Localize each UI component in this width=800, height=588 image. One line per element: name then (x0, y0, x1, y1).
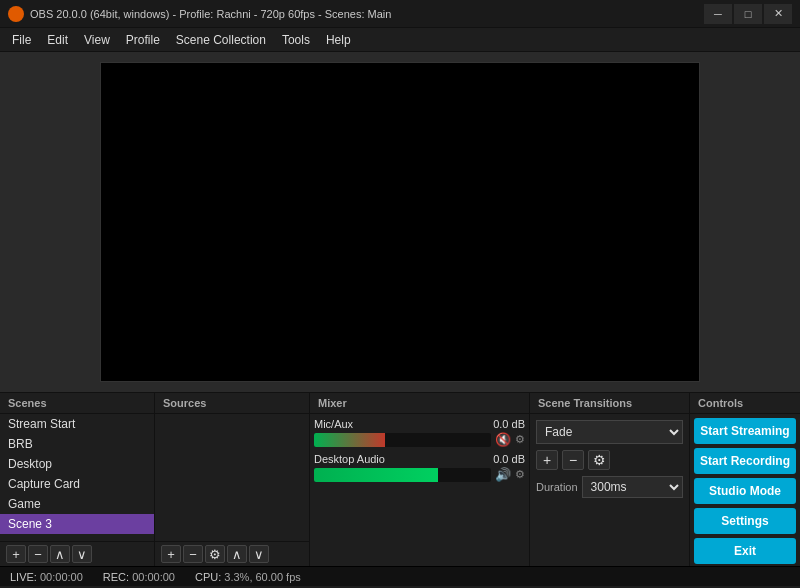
mixer-desktop-fill (314, 468, 438, 482)
start-streaming-button[interactable]: Start Streaming (694, 418, 796, 444)
mixer-desktop-name: Desktop Audio (314, 453, 385, 465)
start-recording-button[interactable]: Start Recording (694, 448, 796, 474)
titlebar: OBS 20.0.0 (64bit, windows) - Profile: R… (0, 0, 800, 28)
scene-list: Stream Start BRB Desktop Capture Card Ga… (0, 414, 154, 541)
scene-item-stream-start[interactable]: Stream Start (0, 414, 154, 434)
sources-down-button[interactable]: ∨ (249, 545, 269, 563)
mixer-desktop-settings-icon[interactable]: ⚙ (515, 468, 525, 481)
mixer-desktop-db: 0.0 dB (493, 453, 525, 465)
app-icon (8, 6, 24, 22)
transitions-panel: Scene Transitions Fade Cut Swipe Slide +… (530, 393, 690, 566)
scene-item-capture-card[interactable]: Capture Card (0, 474, 154, 494)
sources-panel: Sources + − ⚙ ∧ ∨ (155, 393, 310, 566)
rec-time: 00:00:00 (132, 571, 175, 583)
sources-toolbar: + − ⚙ ∧ ∨ (155, 541, 309, 566)
mixer-mic-settings-icon[interactable]: ⚙ (515, 433, 525, 446)
preview-area (0, 52, 800, 392)
scenes-add-button[interactable]: + (6, 545, 26, 563)
mixer-desktop-track: 🔊 ⚙ (314, 467, 525, 482)
sources-list (155, 414, 309, 541)
scenes-panel: Scenes Stream Start BRB Desktop Capture … (0, 393, 155, 566)
studio-mode-button[interactable]: Studio Mode (694, 478, 796, 504)
mixer-mic-fill (314, 433, 385, 447)
sources-add-button[interactable]: + (161, 545, 181, 563)
sources-settings-button[interactable]: ⚙ (205, 545, 225, 563)
mixer-desktop-fader[interactable] (314, 468, 491, 482)
mixer-channel-mic-header: Mic/Aux 0.0 dB (314, 418, 525, 430)
mixer-channel-desktop: Desktop Audio 0.0 dB 🔊 ⚙ (314, 453, 525, 482)
mixer-channel-mic: Mic/Aux 0.0 dB 🔇 ⚙ (314, 418, 525, 447)
mixer-channel-desktop-header: Desktop Audio 0.0 dB (314, 453, 525, 465)
menubar: File Edit View Profile Scene Collection … (0, 28, 800, 52)
sources-header: Sources (155, 393, 309, 414)
preview-canvas (100, 62, 700, 382)
rec-status: REC: 00:00:00 (103, 571, 175, 583)
minimize-button[interactable]: ─ (704, 4, 732, 24)
transitions-settings-button[interactable]: ⚙ (588, 450, 610, 470)
transitions-content: Fade Cut Swipe Slide + − ⚙ Duration 100m… (530, 414, 689, 566)
mixer-desktop-mute-icon[interactable]: 🔊 (495, 467, 511, 482)
live-status: LIVE: 00:00:00 (10, 571, 83, 583)
mixer-panel: Mixer Mic/Aux 0.0 dB 🔇 ⚙ Desk (310, 393, 530, 566)
scenes-toolbar: + − ∧ ∨ (0, 541, 154, 566)
transitions-header: Scene Transitions (530, 393, 689, 414)
duration-select[interactable]: 100ms 200ms 300ms 500ms 1000ms (582, 476, 683, 498)
sources-up-button[interactable]: ∧ (227, 545, 247, 563)
scene-item-game[interactable]: Game (0, 494, 154, 514)
scene-item-desktop[interactable]: Desktop (0, 454, 154, 474)
scene-item-brb[interactable]: BRB (0, 434, 154, 454)
controls-panel: Controls Start Streaming Start Recording… (690, 393, 800, 566)
mixer-mic-db: 0.0 dB (493, 418, 525, 430)
transitions-type-select[interactable]: Fade Cut Swipe Slide (536, 420, 683, 444)
statusbar: LIVE: 00:00:00 REC: 00:00:00 CPU: 3.3%, … (0, 566, 800, 586)
mixer-mic-name: Mic/Aux (314, 418, 353, 430)
live-time: 00:00:00 (40, 571, 83, 583)
mixer-mic-mute-icon[interactable]: 🔇 (495, 432, 511, 447)
transitions-remove-button[interactable]: − (562, 450, 584, 470)
menu-file[interactable]: File (4, 30, 39, 50)
bottom-panels: Scenes Stream Start BRB Desktop Capture … (0, 392, 800, 566)
scenes-header: Scenes (0, 393, 154, 414)
scenes-down-button[interactable]: ∨ (72, 545, 92, 563)
transitions-add-button[interactable]: + (536, 450, 558, 470)
menu-view[interactable]: View (76, 30, 118, 50)
window-controls: ─ □ ✕ (704, 4, 792, 24)
duration-row: Duration 100ms 200ms 300ms 500ms 1000ms (536, 476, 683, 498)
close-button[interactable]: ✕ (764, 4, 792, 24)
menu-help[interactable]: Help (318, 30, 359, 50)
mixer-header: Mixer (310, 393, 529, 414)
scenes-up-button[interactable]: ∧ (50, 545, 70, 563)
scene-item-scene3[interactable]: Scene 3 (0, 514, 154, 534)
controls-header: Controls (690, 393, 800, 414)
title-text: OBS 20.0.0 (64bit, windows) - Profile: R… (30, 8, 704, 20)
menu-scene-collection[interactable]: Scene Collection (168, 30, 274, 50)
mixer-mic-track: 🔇 ⚙ (314, 432, 525, 447)
menu-profile[interactable]: Profile (118, 30, 168, 50)
exit-button[interactable]: Exit (694, 538, 796, 564)
mixer-mic-fader[interactable] (314, 433, 491, 447)
settings-button[interactable]: Settings (694, 508, 796, 534)
maximize-button[interactable]: □ (734, 4, 762, 24)
sources-remove-button[interactable]: − (183, 545, 203, 563)
duration-label: Duration (536, 481, 578, 493)
cpu-status: CPU: 3.3%, 60.00 fps (195, 571, 301, 583)
cpu-value: 3.3%, 60.00 fps (224, 571, 300, 583)
transitions-row: + − ⚙ (536, 450, 683, 470)
menu-edit[interactable]: Edit (39, 30, 76, 50)
mixer-content: Mic/Aux 0.0 dB 🔇 ⚙ Desktop Audio 0.0 dB (310, 414, 529, 566)
menu-tools[interactable]: Tools (274, 30, 318, 50)
controls-content: Start Streaming Start Recording Studio M… (690, 414, 800, 566)
scenes-remove-button[interactable]: − (28, 545, 48, 563)
